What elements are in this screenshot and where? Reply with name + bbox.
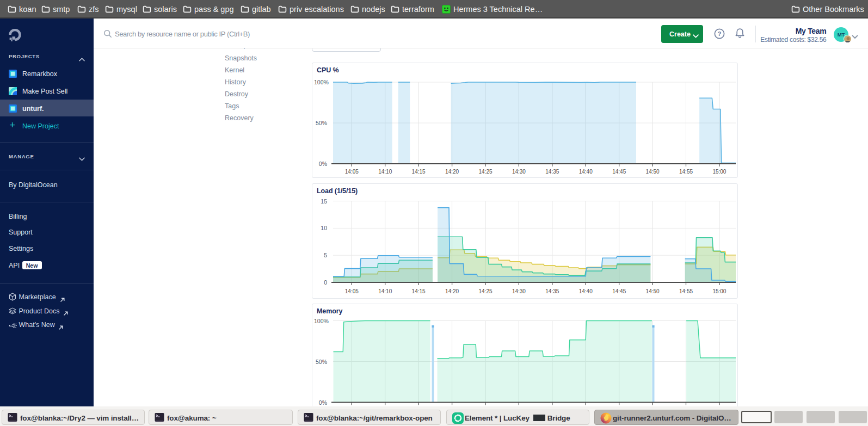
svg-text:?: ?: [717, 30, 721, 37]
